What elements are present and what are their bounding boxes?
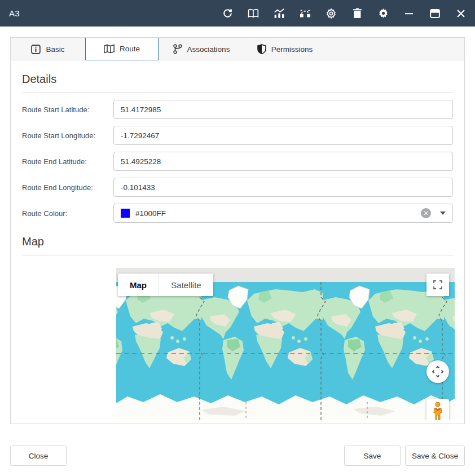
trash-icon[interactable] <box>344 0 370 27</box>
map-canvas[interactable]: Map Satellite <box>116 268 455 420</box>
tab-strip: Basic Route Associations Permissions <box>11 38 464 60</box>
route-colour-label: Route Colour: <box>22 209 113 218</box>
map-icon <box>104 44 115 54</box>
chart-icon[interactable] <box>266 0 292 27</box>
window-title: A3 <box>9 8 20 18</box>
start-longitude-field[interactable] <box>113 126 453 145</box>
details-form: Route Start Latitude: Route Start Longit… <box>22 100 453 223</box>
end-longitude-label: Route End Longitude: <box>22 183 113 192</box>
gear-icon[interactable] <box>318 0 344 27</box>
window-titlebar: A3 <box>0 0 475 27</box>
map-view-button[interactable]: Map <box>118 274 159 296</box>
tab-associations[interactable]: Associations <box>159 38 244 60</box>
pan-control[interactable] <box>426 360 449 383</box>
map-type-control: Map Satellite <box>118 274 213 296</box>
book-icon[interactable] <box>240 0 266 27</box>
tab-basic[interactable]: Basic <box>11 38 85 60</box>
tab-permissions[interactable]: Permissions <box>244 38 326 60</box>
start-latitude-label: Route Start Latitude: <box>22 105 113 114</box>
start-longitude-label: Route Start Longitude: <box>22 131 113 140</box>
tab-basic-label: Basic <box>46 45 64 54</box>
pegman-icon <box>433 402 443 420</box>
pegman-button[interactable] <box>426 399 449 420</box>
save-button[interactable]: Save <box>344 446 401 466</box>
colour-dropdown-caret-icon[interactable] <box>440 211 446 215</box>
start-longitude-input[interactable] <box>121 131 446 140</box>
info-icon <box>31 45 41 54</box>
tab-route-label: Route <box>120 45 140 53</box>
close-icon[interactable] <box>448 0 474 27</box>
dialog-panel: Basic Route Associations Permissions <box>10 37 465 424</box>
start-latitude-input[interactable] <box>121 105 446 114</box>
restore-icon[interactable] <box>422 0 448 27</box>
start-latitude-field[interactable] <box>113 100 453 119</box>
close-button[interactable]: Close <box>10 446 67 466</box>
route-colour-field[interactable]: #1000FF ✕ <box>113 204 453 223</box>
end-latitude-field[interactable] <box>113 152 453 171</box>
tab-permissions-label: Permissions <box>271 45 313 54</box>
fullscreen-button[interactable] <box>426 274 449 296</box>
pan-arrows-icon <box>432 365 444 378</box>
end-longitude-input[interactable] <box>121 183 446 192</box>
save-and-close-button[interactable]: Save & Close <box>405 446 465 466</box>
form-row-end-latitude: Route End Latitude: <box>22 152 453 171</box>
minimize-icon[interactable] <box>396 0 422 27</box>
details-divider <box>22 92 453 93</box>
route-colour-value: #1000FF <box>135 209 421 218</box>
tab-route[interactable]: Route <box>85 37 159 60</box>
end-longitude-field[interactable] <box>113 178 453 197</box>
satellite-view-button[interactable]: Satellite <box>159 274 213 296</box>
details-heading: Details <box>22 73 453 86</box>
form-row-route-colour: Route Colour: #1000FF ✕ <box>22 204 453 223</box>
refresh-icon[interactable] <box>214 0 240 27</box>
form-row-start-longitude: Route Start Longitude: <box>22 126 453 145</box>
map-heading: Map <box>22 235 453 248</box>
end-latitude-label: Route End Latitude: <box>22 157 113 166</box>
end-latitude-input[interactable] <box>121 157 446 166</box>
tab-associations-label: Associations <box>187 45 230 54</box>
titlebar-icons <box>214 0 475 27</box>
workflow-icon[interactable] <box>292 0 318 27</box>
colour-swatch <box>121 209 130 218</box>
map-divider <box>22 255 453 255</box>
shield-icon <box>257 44 266 54</box>
form-row-end-longitude: Route End Longitude: <box>22 178 453 197</box>
form-row-start-latitude: Route Start Latitude: <box>22 100 453 119</box>
fullscreen-icon <box>433 280 442 289</box>
branch-icon <box>173 44 182 54</box>
clear-colour-icon[interactable]: ✕ <box>421 208 431 218</box>
settings-gear-icon[interactable] <box>370 0 396 27</box>
